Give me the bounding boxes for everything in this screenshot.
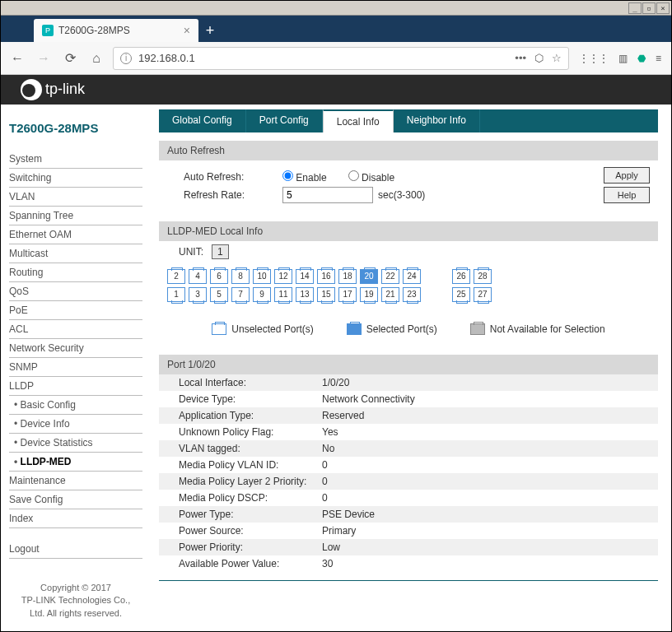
port-11[interactable]: 11	[274, 287, 292, 302]
close-tab-icon[interactable]: ×	[184, 24, 190, 37]
port-6[interactable]: 6	[210, 269, 228, 284]
tab-filler	[480, 109, 658, 132]
unit-value[interactable]: 1	[212, 244, 229, 259]
more-icon[interactable]: •••	[515, 52, 526, 64]
refresh-rate-input[interactable]	[282, 187, 373, 203]
sidebar-item-poe[interactable]: PoE	[9, 301, 142, 320]
apply-button[interactable]: Apply	[604, 167, 650, 184]
port-info-header: Port 1/0/20	[159, 355, 658, 374]
table-row: Power Priority:Low	[159, 539, 658, 555]
sidebar-item-multicast[interactable]: Multicast	[9, 244, 142, 263]
reload-button[interactable]: ⟳	[60, 49, 80, 68]
sidebar-item-logout[interactable]: Logout	[9, 540, 142, 559]
site-info-icon[interactable]: i	[120, 53, 132, 64]
tab-local-info[interactable]: Local Info	[323, 109, 394, 132]
port-5[interactable]: 5	[210, 287, 228, 302]
port-2[interactable]: 2	[167, 269, 185, 284]
close-window-button[interactable]: ×	[656, 2, 670, 14]
sidebar-item-ethernet-oam[interactable]: Ethernet OAM	[9, 225, 142, 244]
sidebar-subitem-device-info[interactable]: Device Info	[9, 415, 142, 434]
port-28[interactable]: 28	[474, 269, 492, 284]
brand-swirl-icon	[21, 79, 42, 100]
info-value: 30	[315, 555, 658, 572]
sidebar-subitem-basic-config[interactable]: Basic Config	[9, 396, 142, 415]
library-icon[interactable]: ⋮⋮⋮	[579, 53, 609, 64]
port-7[interactable]: 7	[231, 287, 250, 302]
forward-button[interactable]: →	[34, 49, 54, 68]
url-text: 192.168.0.1	[138, 52, 515, 64]
enable-radio[interactable]	[282, 170, 293, 181]
home-button[interactable]: ⌂	[86, 49, 106, 68]
table-row: Local Interface:1/0/20	[159, 374, 658, 391]
sidebar-item-qos[interactable]: QoS	[9, 282, 142, 301]
port-21[interactable]: 21	[381, 287, 399, 302]
menu-icon[interactable]: ≡	[656, 53, 661, 64]
sidebar-item-index[interactable]: Index	[9, 509, 142, 528]
port-27[interactable]: 27	[474, 287, 492, 302]
table-row: Available Power Value:30	[159, 555, 658, 572]
sidebar-subitem-lldp-med[interactable]: LLDP-MED	[9, 453, 142, 472]
url-bar[interactable]: i 192.168.0.1 ••• ⬡ ☆	[113, 47, 569, 70]
sidebar-item-spanning-tree[interactable]: Spanning Tree	[9, 207, 142, 225]
table-row: Unknown Policy Flag:Yes	[159, 424, 658, 440]
sidebar-item-acl[interactable]: ACL	[9, 320, 142, 339]
port-8[interactable]: 8	[231, 269, 250, 284]
tab-global-config[interactable]: Global Config	[159, 109, 246, 132]
disable-radio-label[interactable]: Disable	[348, 170, 394, 184]
sidebar-item-system[interactable]: System	[9, 150, 142, 169]
browser-tab[interactable]: P T2600G-28MPS ×	[34, 19, 198, 42]
model-name: T2600G-28MPS	[9, 116, 142, 150]
sidebar-item-vlan[interactable]: VLAN	[9, 188, 142, 207]
port-4[interactable]: 4	[189, 269, 207, 284]
tab-port-config[interactable]: Port Config	[246, 109, 323, 132]
sidebar-item-lldp[interactable]: LLDP	[9, 377, 142, 396]
sidebar-item-switching[interactable]: Switching	[9, 169, 142, 188]
port-14[interactable]: 14	[296, 269, 314, 284]
port-16[interactable]: 16	[317, 269, 335, 284]
table-row: VLAN tagged:No	[159, 440, 658, 457]
port-10[interactable]: 10	[253, 269, 271, 284]
info-label: Application Type:	[159, 407, 315, 424]
new-tab-button[interactable]: +	[198, 19, 222, 42]
sidebar-icon[interactable]: ▥	[618, 53, 628, 64]
tab-neighbor-info[interactable]: Neighbor Info	[394, 109, 480, 132]
sidebar-item-network-security[interactable]: Network Security	[9, 339, 142, 358]
port-9[interactable]: 9	[253, 287, 271, 302]
auto-refresh-header: Auto Refresh	[159, 141, 658, 160]
port-19[interactable]: 19	[360, 287, 378, 302]
port-18[interactable]: 18	[338, 269, 357, 284]
info-value: Primary	[315, 523, 658, 539]
port-22[interactable]: 22	[381, 269, 399, 284]
sidebar-item-save-config[interactable]: Save Config	[9, 490, 142, 509]
sidebar-item-maintenance[interactable]: Maintenance	[9, 472, 142, 490]
info-label: Power Type:	[159, 506, 315, 523]
port-24[interactable]: 24	[403, 269, 421, 284]
help-button[interactable]: Help	[604, 187, 650, 203]
port-3[interactable]: 3	[189, 287, 207, 302]
legend-selected-label: Selected Port(s)	[366, 323, 437, 335]
lldp-local-info-header: LLDP-MED Local Info	[159, 221, 658, 241]
port-25[interactable]: 25	[452, 287, 470, 302]
bookmark-star-icon[interactable]: ☆	[552, 52, 562, 64]
back-button[interactable]: ←	[7, 49, 27, 68]
port-26[interactable]: 26	[452, 269, 470, 284]
info-label: Media Policy DSCP:	[159, 490, 315, 506]
port-23[interactable]: 23	[403, 287, 421, 302]
info-value: Network Connectivity	[315, 391, 658, 407]
sidebar-item-snmp[interactable]: SNMP	[9, 358, 142, 377]
sidebar-subitem-device-statistics[interactable]: Device Statistics	[9, 434, 142, 453]
enable-radio-label[interactable]: Enable	[282, 170, 327, 184]
sidebar-item-routing[interactable]: Routing	[9, 263, 142, 282]
reader-icon[interactable]: ⬡	[534, 52, 544, 64]
disable-radio[interactable]	[348, 170, 359, 181]
shield-icon[interactable]: ⬣	[637, 53, 646, 64]
port-13[interactable]: 13	[296, 287, 314, 302]
port-17[interactable]: 17	[338, 287, 357, 302]
port-12[interactable]: 12	[274, 269, 292, 284]
maximize-button[interactable]: ▫	[642, 2, 656, 14]
port-15[interactable]: 15	[317, 287, 335, 302]
port-20[interactable]: 20	[360, 269, 378, 284]
port-1[interactable]: 1	[167, 287, 185, 302]
minimize-button[interactable]: _	[628, 2, 642, 14]
legend-na-icon	[470, 323, 485, 335]
